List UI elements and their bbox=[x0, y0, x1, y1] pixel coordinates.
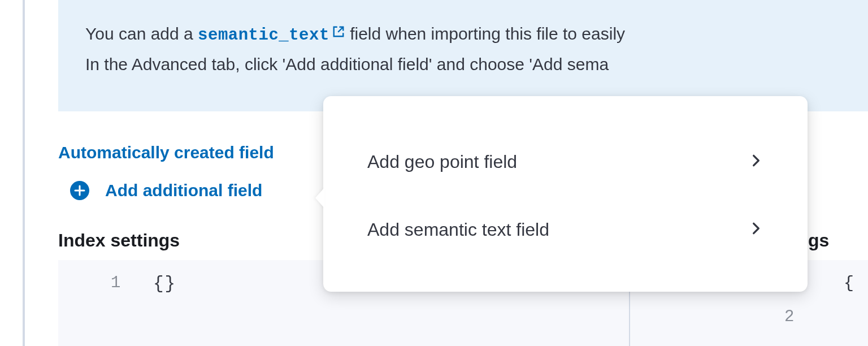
line-number: 2 bbox=[784, 308, 794, 326]
menu-item-label: Add semantic text field bbox=[367, 219, 549, 240]
link-text: semantic_text bbox=[198, 26, 329, 45]
semantic-text-link[interactable]: semantic_text bbox=[198, 26, 345, 45]
menu-item-add-geo-point[interactable]: Add geo point field bbox=[323, 128, 808, 196]
right-heading-fragment: gs bbox=[808, 230, 829, 251]
semantic-text-callout: You can add a semantic_text field when i… bbox=[58, 0, 868, 111]
index-settings-heading: Index settings bbox=[58, 230, 180, 251]
menu-item-add-semantic-text[interactable]: Add semantic text field bbox=[323, 196, 808, 263]
auto-created-fields-heading: Automatically created field bbox=[58, 143, 274, 162]
external-link-icon bbox=[332, 20, 345, 49]
add-additional-field-button[interactable]: Add additional field bbox=[70, 181, 262, 200]
left-border-rail bbox=[23, 0, 25, 346]
add-field-popover: Add geo point field Add semantic text fi… bbox=[323, 96, 808, 292]
menu-item-label: Add geo point field bbox=[367, 152, 517, 172]
chevron-right-icon bbox=[749, 153, 763, 170]
callout-text-fragment: You can add a bbox=[85, 24, 198, 43]
code-content: {} bbox=[153, 274, 176, 293]
callout-line-1: You can add a semantic_text field when i… bbox=[85, 19, 841, 50]
code-brace: { bbox=[844, 274, 854, 293]
plus-circle-icon bbox=[70, 181, 89, 200]
callout-line-2: In the Advanced tab, click 'Add addition… bbox=[85, 50, 841, 79]
line-number: 1 bbox=[111, 274, 120, 292]
callout-text-fragment: field when importing this file to easily bbox=[345, 24, 625, 43]
chevron-right-icon bbox=[749, 221, 763, 238]
add-field-label: Add additional field bbox=[105, 181, 262, 200]
